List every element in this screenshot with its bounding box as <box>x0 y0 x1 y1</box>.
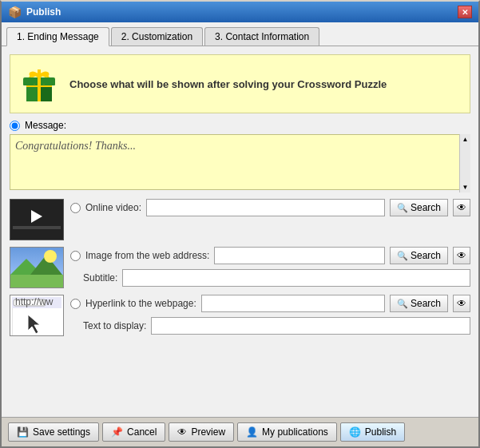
svg-rect-2 <box>41 85 52 101</box>
subtitle-input[interactable] <box>122 269 470 287</box>
svg-rect-14 <box>10 275 63 288</box>
preview-button[interactable]: 👁 Preview <box>169 422 234 442</box>
image-url-input[interactable] <box>214 247 385 264</box>
landscape-icon <box>10 247 63 288</box>
scroll-up-arrow[interactable]: ▲ <box>462 136 469 143</box>
hyperlink-fields: Hyperlink to the webpage: 🔍 Search 👁 Tex… <box>70 295 470 336</box>
publish-button[interactable]: 🌐 Publish <box>340 422 405 442</box>
search-icon-3: 🔍 <box>397 299 408 309</box>
eye-icon-3: 👁 <box>457 298 466 309</box>
tab-content: Choose what will be shown after solving … <box>2 46 478 417</box>
cancel-icon: 📌 <box>111 426 123 438</box>
hyperlink-thumbnail: http://ww <box>10 295 64 336</box>
video-radio[interactable] <box>70 203 81 213</box>
subtitle-label: Subtitle: <box>83 272 117 283</box>
window-icon: 📦 <box>8 6 22 18</box>
play-icon <box>31 210 42 223</box>
main-window: 📦 Publish ✕ 1. Ending Message 2. Customi… <box>0 0 480 448</box>
video-url-input[interactable] <box>146 199 385 216</box>
hyperlink-section: http://ww Hyperlink to the webpage: 🔍 <box>10 295 470 336</box>
online-video-with-thumb: Online video: 🔍 Search 👁 <box>10 199 470 240</box>
hyperlink-radio-label: Hyperlink to the webpage: <box>85 298 196 309</box>
eye-icon-2: 👁 <box>457 250 466 261</box>
subtitle-row: Subtitle: <box>70 269 470 287</box>
window-title: Publish <box>26 6 61 18</box>
hyperlink-radio[interactable] <box>70 299 81 309</box>
title-bar: 📦 Publish ✕ <box>2 2 478 22</box>
my-publications-button[interactable]: 👤 My publications <box>237 422 337 442</box>
svg-rect-10 <box>38 69 41 87</box>
video-fields: Online video: 🔍 Search 👁 <box>70 199 470 218</box>
hyperlink-search-button[interactable]: 🔍 Search <box>390 295 448 312</box>
close-button[interactable]: ✕ <box>458 6 472 18</box>
text-display-row: Text to display: <box>70 317 470 335</box>
tabs-bar: 1. Ending Message 2. Customization 3. Co… <box>2 22 478 46</box>
preview-icon: 👁 <box>177 426 187 438</box>
browser-icon: http://ww <box>12 297 61 336</box>
save-settings-button[interactable]: 💾 Save settings <box>8 422 99 442</box>
video-preview-button[interactable]: 👁 <box>453 199 470 216</box>
image-thumb-area <box>10 247 64 288</box>
image-section: Image from the web address: 🔍 Search 👁 S… <box>10 247 470 288</box>
hyperlink-thumb-area: http://ww <box>10 295 64 336</box>
search-icon-2: 🔍 <box>397 251 408 261</box>
image-preview-button[interactable]: 👁 <box>453 247 470 264</box>
video-thumbnail <box>10 199 64 240</box>
image-radio-label: Image from the web address: <box>85 250 209 261</box>
hyperlink-radio-row: Hyperlink to the webpage: 🔍 Search 👁 <box>70 295 470 312</box>
eye-icon: 👁 <box>457 202 466 213</box>
image-search-button[interactable]: 🔍 Search <box>390 247 448 264</box>
hyperlink-with-thumb: http://ww Hyperlink to the webpage: 🔍 <box>10 295 470 336</box>
hyperlink-url-input[interactable] <box>201 295 385 312</box>
message-section: Message: ▲ ▼ <box>10 120 470 192</box>
footer: 💾 Save settings 📌 Cancel 👁 Preview 👤 My … <box>2 417 478 446</box>
image-with-thumb: Image from the web address: 🔍 Search 👁 S… <box>10 247 470 288</box>
video-thumb-area <box>10 199 64 240</box>
tab-contact-information[interactable]: 3. Contact Information <box>204 27 319 46</box>
gift-icon <box>18 63 60 105</box>
hyperlink-preview-button[interactable]: 👁 <box>453 295 470 312</box>
search-icon: 🔍 <box>397 203 408 213</box>
scroll-down-arrow[interactable]: ▼ <box>462 184 469 191</box>
svg-text:http://ww: http://ww <box>15 297 54 307</box>
save-icon: 💾 <box>17 426 29 438</box>
publish-icon: 🌐 <box>349 426 361 438</box>
video-search-button[interactable]: 🔍 Search <box>390 199 448 216</box>
header-box: Choose what will be shown after solving … <box>10 54 470 113</box>
image-radio[interactable] <box>70 251 81 261</box>
image-thumbnail <box>10 247 64 288</box>
text-display-label: Text to display: <box>83 320 146 331</box>
message-radio-label: Message: <box>25 120 66 131</box>
text-display-input[interactable] <box>151 317 470 335</box>
tab-customization[interactable]: 2. Customization <box>111 27 203 46</box>
message-radio[interactable] <box>10 121 20 131</box>
cancel-button[interactable]: 📌 Cancel <box>102 422 165 442</box>
video-radio-label: Online video: <box>85 202 141 213</box>
header-text: Choose what will be shown after solving … <box>69 78 387 90</box>
message-radio-row: Message: <box>10 120 470 131</box>
publications-icon: 👤 <box>246 426 258 438</box>
svg-point-15 <box>44 250 57 263</box>
online-video-section: Online video: 🔍 Search 👁 <box>10 199 470 240</box>
title-bar-left: 📦 Publish <box>8 6 61 18</box>
video-progress <box>13 226 61 229</box>
video-radio-row: Online video: 🔍 Search 👁 <box>70 199 470 216</box>
svg-rect-1 <box>26 85 38 101</box>
image-radio-row: Image from the web address: 🔍 Search 👁 <box>70 247 470 264</box>
tab-ending-message[interactable]: 1. Ending Message <box>6 27 109 46</box>
image-fields: Image from the web address: 🔍 Search 👁 S… <box>70 247 470 288</box>
message-textarea[interactable] <box>10 134 470 190</box>
